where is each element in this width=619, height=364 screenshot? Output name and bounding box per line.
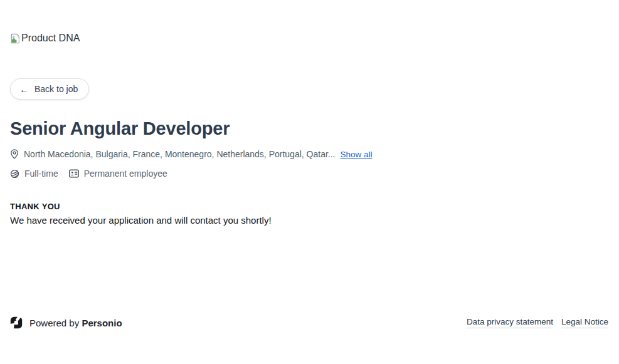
job-attributes-row: Full-time Permanent employee bbox=[10, 169, 167, 179]
contract-type-chip: Permanent employee bbox=[69, 169, 167, 179]
company-logo-alt-text: Product DNA bbox=[21, 33, 80, 44]
confirmation-heading: THANK YOU bbox=[10, 202, 60, 211]
confirmation-message: We have received your application and wi… bbox=[10, 215, 272, 226]
powered-by-text: Powered by Personio bbox=[29, 318, 122, 328]
personio-brand-name: Personio bbox=[82, 318, 122, 328]
arrow-left-icon: ← bbox=[19, 85, 29, 94]
personio-logo-icon bbox=[10, 316, 23, 329]
globe-icon bbox=[10, 169, 19, 179]
company-logo: Product DNA bbox=[10, 33, 80, 44]
powered-by-prefix: Powered by bbox=[29, 318, 82, 328]
data-privacy-link[interactable]: Data privacy statement bbox=[467, 317, 553, 328]
back-to-job-label: Back to job bbox=[34, 84, 78, 94]
back-to-job-button[interactable]: ← Back to job bbox=[10, 78, 89, 100]
job-locations-row: North Macedonia, Bulgaria, France, Monte… bbox=[10, 149, 373, 159]
employment-type-chip: Full-time bbox=[10, 169, 58, 179]
legal-notice-link[interactable]: Legal Notice bbox=[561, 317, 608, 328]
job-locations-text: North Macedonia, Bulgaria, France, Monte… bbox=[24, 149, 336, 159]
powered-by: Powered by Personio bbox=[10, 316, 122, 329]
legal-links: Data privacy statement Legal Notice bbox=[467, 317, 608, 328]
id-card-icon bbox=[69, 169, 79, 178]
broken-image-icon bbox=[10, 33, 21, 44]
employment-type-label: Full-time bbox=[24, 169, 58, 179]
show-all-locations-link[interactable]: Show all bbox=[341, 150, 373, 159]
footer: Powered by Personio Data privacy stateme… bbox=[10, 316, 608, 329]
location-pin-icon bbox=[10, 149, 19, 159]
job-title: Senior Angular Developer bbox=[10, 118, 230, 139]
contract-type-label: Permanent employee bbox=[84, 169, 167, 179]
